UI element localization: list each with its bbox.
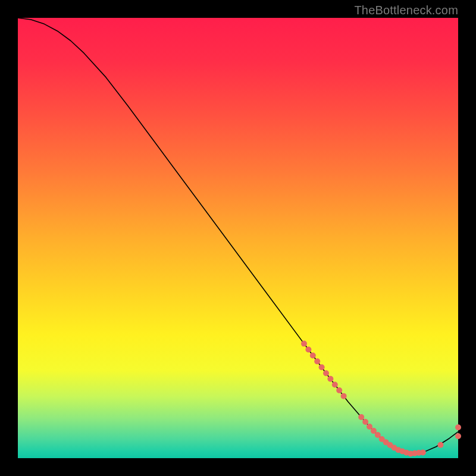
data-point: [301, 341, 307, 347]
watermark-text: TheBottleneck.com: [354, 4, 458, 17]
data-point: [336, 387, 342, 393]
data-point: [323, 370, 329, 376]
plot-area: [18, 18, 458, 458]
data-point: [420, 449, 426, 455]
data-point: [319, 364, 325, 370]
data-point: [455, 424, 461, 430]
data-point: [314, 358, 320, 364]
bottleneck-curve: [18, 18, 458, 454]
data-point: [332, 381, 338, 387]
chart-stage: TheBottleneck.com: [0, 0, 476, 476]
data-point: [455, 433, 461, 439]
data-point: [437, 442, 443, 448]
data-point: [327, 376, 333, 382]
data-point: [358, 414, 364, 420]
data-point: [305, 347, 311, 353]
data-point: [310, 352, 316, 358]
chart-overlay: [18, 18, 458, 458]
data-point: [341, 393, 347, 399]
data-point: [362, 419, 368, 425]
data-points: [301, 341, 461, 457]
